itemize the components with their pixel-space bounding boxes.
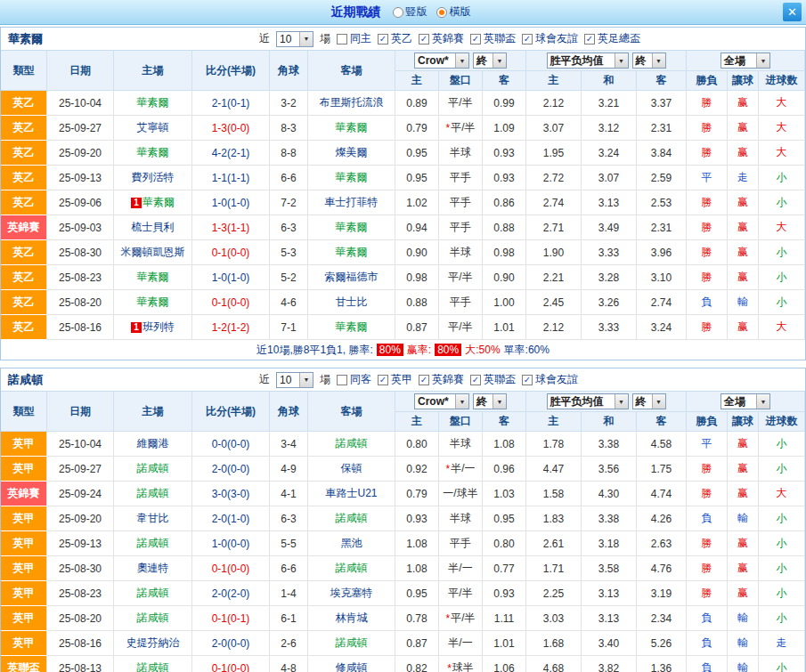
result-cell: 平: [687, 166, 728, 190]
home-team-link[interactable]: 諾咸頓: [137, 486, 169, 501]
home-team-link[interactable]: 華素爾: [137, 145, 169, 160]
checkbox-checked-icon[interactable]: ✓: [470, 34, 481, 45]
filter-option[interactable]: 同客: [337, 372, 371, 387]
checkbox-checked-icon[interactable]: ✓: [419, 34, 429, 45]
away-team-link[interactable]: 車士打菲特: [325, 195, 379, 210]
home-team-link[interactable]: 米爾頓凱恩斯: [121, 245, 185, 260]
home-team-link[interactable]: 諾咸頓: [137, 611, 169, 626]
away-team: 華素爾: [308, 116, 395, 141]
away-team: 布里斯托流浪: [308, 91, 395, 116]
away-team-link[interactable]: 林肯城: [336, 611, 368, 626]
checkbox-icon[interactable]: [337, 34, 347, 45]
home-team-link[interactable]: 華素爾: [137, 270, 169, 285]
home-team-link[interactable]: 諾咸頓: [137, 660, 169, 672]
home-team-link[interactable]: 華素爾: [137, 95, 169, 110]
home-team-link[interactable]: 諾咸頓: [137, 536, 169, 551]
away-team-link[interactable]: 車路士U21: [325, 486, 377, 501]
odds-home-cell: 0.89: [395, 91, 439, 116]
away-team-link[interactable]: 保頓: [341, 461, 362, 476]
checkbox-icon[interactable]: [337, 375, 347, 385]
away-team-link[interactable]: 布里斯托流浪: [320, 95, 384, 110]
away-team-link[interactable]: 索爾福德市: [325, 270, 379, 285]
filter-option[interactable]: ✓英足總盃: [584, 31, 640, 46]
final-odds-select[interactable]: 終▼: [473, 53, 507, 69]
recent-count-select[interactable]: 10▼: [276, 31, 313, 47]
away-team-link[interactable]: 諾咸頓: [336, 436, 368, 451]
radio-horizontal-icon[interactable]: [436, 7, 447, 18]
layout-option-horizontal[interactable]: 橫版: [436, 4, 471, 20]
away-team-link[interactable]: 埃克塞特: [330, 586, 373, 601]
home-team: 華素爾: [114, 91, 192, 116]
recent-count-select[interactable]: 10▼: [276, 372, 313, 388]
avg-draw-cell: 3.33: [582, 315, 637, 340]
away-team-link[interactable]: 甘士比: [336, 295, 368, 310]
filter-option[interactable]: ✓英乙: [378, 31, 412, 46]
home-team-link[interactable]: 諾咸頓: [137, 586, 169, 601]
filter-option[interactable]: ✓英聯盃: [470, 372, 516, 387]
bookmaker-select-value: Crow*: [415, 53, 455, 68]
home-team-link[interactable]: 班列特: [142, 320, 175, 335]
home-team-link[interactable]: 維爾港: [137, 436, 169, 451]
home-team-link[interactable]: 華素爾: [142, 195, 175, 210]
away-team-link[interactable]: 華素爾: [336, 120, 368, 135]
close-button[interactable]: ✕: [783, 3, 802, 21]
avg-final-select[interactable]: 終▼: [632, 393, 666, 409]
filter-option[interactable]: ✓英甲: [378, 372, 412, 387]
filter-option[interactable]: ✓英錦賽: [419, 31, 464, 46]
away-team-link[interactable]: 諾咸頓: [336, 511, 368, 526]
away-team-link[interactable]: 華素爾: [336, 245, 368, 260]
goals-cell: 大: [759, 482, 805, 506]
corners-cell: 2-6: [270, 631, 308, 656]
avg-final-select[interactable]: 終▼: [632, 53, 666, 69]
home-team-link[interactable]: 諾咸頓: [137, 461, 169, 476]
home-team-link[interactable]: 艾寧頓: [137, 120, 169, 135]
filter-option[interactable]: ✓球會友誼: [522, 31, 578, 46]
bookmaker-select[interactable]: Crow*▼: [414, 393, 469, 409]
home-team: 諾咸頓: [114, 606, 192, 631]
away-team: 華素爾: [308, 240, 395, 265]
home-team-link[interactable]: 史提芬納治: [126, 636, 180, 651]
home-team-link[interactable]: 韋甘比: [137, 511, 169, 526]
away-team-link[interactable]: 華素爾: [336, 220, 368, 235]
recent-count-select-value: 10: [277, 32, 299, 46]
checkbox-checked-icon[interactable]: ✓: [522, 375, 533, 385]
layout-option-vertical-label: 豎版: [406, 4, 427, 20]
away-team-link[interactable]: 華素爾: [336, 170, 368, 185]
radio-vertical-icon[interactable]: [393, 7, 403, 18]
odds-home-cell: 0.94: [395, 215, 439, 240]
avg-home-cell: 3.07: [526, 116, 582, 141]
away-team-link[interactable]: 諾咸頓: [336, 561, 368, 576]
filter-option[interactable]: ✓球會友誼: [522, 372, 578, 387]
avg-select[interactable]: 胜平负均值▼: [547, 393, 629, 409]
avg-select[interactable]: 胜平负均值▼: [547, 53, 629, 69]
filter-option[interactable]: ✓英錦賽: [419, 372, 464, 387]
league-header: 類型: [1, 51, 47, 91]
home-team-link[interactable]: 梳士貝利: [132, 220, 175, 235]
away-team-link[interactable]: 黑池: [341, 536, 362, 551]
checkbox-checked-icon[interactable]: ✓: [470, 375, 481, 385]
checkbox-checked-icon[interactable]: ✓: [419, 375, 429, 385]
home-team-link[interactable]: 華素爾: [137, 295, 169, 310]
checkbox-checked-icon[interactable]: ✓: [378, 34, 388, 45]
checkbox-checked-icon[interactable]: ✓: [522, 34, 533, 45]
away-team-link[interactable]: 燦美爾: [336, 145, 368, 160]
checkbox-checked-icon[interactable]: ✓: [584, 34, 595, 45]
home-team-link[interactable]: 費列活特: [132, 170, 175, 185]
league-header: 類型: [1, 392, 47, 432]
fulltime-select[interactable]: 全場▼: [721, 393, 770, 409]
match-row: 英甲25-09-13諾咸頓1-0(0-0)5-5黑池1.08平手0.802.61…: [1, 531, 805, 556]
final-odds-select[interactable]: 終▼: [473, 393, 507, 409]
home-team-link[interactable]: 奧連特: [137, 561, 169, 576]
away-team-link[interactable]: 華素爾: [336, 320, 368, 335]
filter-option[interactable]: ✓英聯盃: [470, 31, 516, 46]
corners-header: 角球: [270, 51, 308, 91]
filter-option[interactable]: 同主: [337, 31, 371, 46]
bookmaker-select[interactable]: Crow*▼: [414, 53, 469, 69]
odds-home-cell: 0.95: [395, 581, 439, 606]
away-team-link[interactable]: 諾咸頓: [336, 636, 368, 651]
checkbox-checked-icon[interactable]: ✓: [378, 375, 388, 385]
avg-home-cell: 1.95: [526, 141, 582, 166]
away-team-link[interactable]: 修咸頓: [336, 660, 368, 672]
layout-option-vertical[interactable]: 豎版: [393, 4, 427, 20]
fulltime-select[interactable]: 全場▼: [721, 53, 770, 69]
